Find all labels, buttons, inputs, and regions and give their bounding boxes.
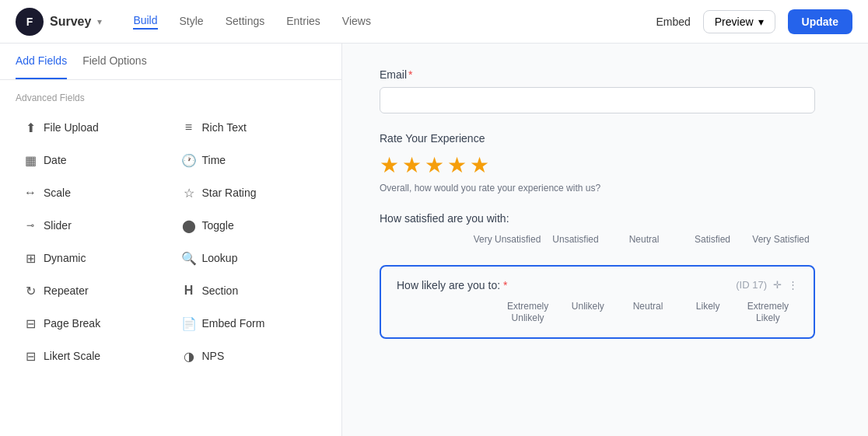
page-break-icon: ⊟: [23, 316, 37, 330]
star-5[interactable]: ★: [470, 152, 489, 178]
satisfaction-section: How satisfied are you with: Very Unsatis…: [380, 212, 815, 246]
field-nps[interactable]: ◑ NPS: [174, 341, 327, 371]
file-upload-icon: ⬆: [23, 120, 37, 134]
field-nps-label: NPS: [202, 350, 225, 362]
tabs-row: Add Fields Field Options: [0, 44, 341, 80]
nav-build[interactable]: Build: [133, 14, 157, 30]
field-slider-label: Slider: [44, 219, 72, 232]
fields-grid: ⬆ File Upload ≡ Rich Text ▦ Date 🕐 Time …: [16, 113, 326, 371]
app-chevron-icon[interactable]: ▾: [97, 16, 102, 27]
embed-button[interactable]: Embed: [656, 16, 690, 28]
app-logo: F: [16, 8, 44, 36]
field-page-break[interactable]: ⊟ Page Break: [16, 309, 168, 338]
field-toggle[interactable]: ⬤ Toggle: [174, 211, 327, 240]
field-scale-label: Scale: [44, 187, 71, 199]
fields-container: Advanced Fields ⬆ File Upload ≡ Rich Tex…: [0, 80, 341, 436]
field-lookup-label: Lookup: [202, 252, 238, 264]
satisfaction-title: How satisfied are you with:: [380, 212, 815, 225]
more-options-icon[interactable]: ⋮: [788, 279, 798, 291]
main-layout: Add Fields Field Options Advanced Fields…: [0, 44, 868, 436]
field-repeater[interactable]: ↻ Repeater: [16, 276, 168, 305]
field-date[interactable]: ▦ Date: [16, 145, 168, 175]
app-title: Survey: [50, 15, 91, 29]
lookup-icon: 🔍: [182, 251, 196, 265]
stars-row: ★ ★ ★ ★ ★: [380, 152, 815, 178]
likely-meta: (ID 17) ✛ ⋮: [736, 279, 798, 291]
field-date-label: Date: [44, 154, 67, 166]
likert-scale-icon: ⊟: [23, 349, 37, 363]
field-dynamic[interactable]: ⊞ Dynamic: [16, 243, 168, 273]
left-panel: Add Fields Field Options Advanced Fields…: [0, 44, 342, 436]
field-star-rating-label: Star Rating: [202, 187, 257, 199]
star-1[interactable]: ★: [380, 152, 399, 178]
sat-header-1: Unsatisfied: [541, 234, 610, 246]
star-2[interactable]: ★: [402, 152, 422, 178]
star-rating-icon: ☆: [182, 186, 196, 200]
nav-entries[interactable]: Entries: [286, 15, 320, 29]
likely-headers-row: Extremely Unlikely Unlikely Neutral Like…: [397, 301, 798, 325]
field-embed-form-label: Embed Form: [202, 317, 265, 330]
embed-form-icon: 📄: [182, 316, 196, 330]
nps-icon: ◑: [182, 349, 196, 363]
likely-header-3: Likely: [678, 301, 738, 313]
star-4[interactable]: ★: [447, 152, 467, 178]
sat-header-4: Very Satisfied: [747, 234, 815, 246]
star-3[interactable]: ★: [425, 152, 444, 178]
likely-section: How likely are you to: * (ID 17) ✛ ⋮ Ext…: [380, 265, 815, 339]
likely-header-1: Unlikely: [558, 301, 618, 313]
likely-header-4: Extremely Likely: [738, 301, 798, 325]
field-scale[interactable]: ↔ Scale: [16, 178, 168, 208]
likely-id: (ID 17): [736, 279, 767, 291]
preview-button[interactable]: Preview ▾: [703, 10, 775, 33]
field-rich-text[interactable]: ≡ Rich Text: [174, 113, 327, 142]
field-dynamic-label: Dynamic: [44, 252, 86, 264]
repeater-icon: ↻: [23, 284, 37, 298]
field-toggle-label: Toggle: [202, 219, 234, 232]
likely-header-0: Extremely Unlikely: [498, 301, 558, 325]
field-likert-scale[interactable]: ⊟ Likert Scale: [16, 341, 168, 371]
field-section[interactable]: H Section: [174, 276, 327, 305]
field-lookup[interactable]: 🔍 Lookup: [174, 243, 327, 273]
date-icon: ▦: [23, 153, 37, 167]
nav-views[interactable]: Views: [342, 15, 371, 29]
rating-title: Rate Your Experience: [380, 132, 815, 145]
drag-handle-icon[interactable]: ✛: [773, 279, 782, 291]
rich-text-icon: ≡: [182, 120, 196, 134]
field-file-upload[interactable]: ⬆ File Upload: [16, 113, 168, 142]
dynamic-icon: ⊞: [23, 251, 37, 265]
sat-header-0: Very Unsatisfied: [473, 234, 541, 246]
email-input[interactable]: [380, 87, 815, 113]
tab-field-options[interactable]: Field Options: [82, 44, 146, 79]
field-file-upload-label: File Upload: [44, 121, 99, 134]
field-star-rating[interactable]: ☆ Star Rating: [174, 178, 327, 208]
nav-right: Embed Preview ▾ Update: [656, 9, 852, 34]
field-slider[interactable]: ⊸ Slider: [16, 211, 168, 240]
sat-header-2: Neutral: [610, 234, 678, 246]
likely-header-2: Neutral: [618, 301, 677, 313]
email-section: Email*: [380, 68, 815, 113]
scale-icon: ↔: [23, 186, 37, 200]
sat-header-3: Satisfied: [678, 234, 747, 246]
field-time-label: Time: [202, 154, 226, 166]
rating-section: Rate Your Experience ★ ★ ★ ★ ★ Overall, …: [380, 132, 815, 194]
field-section-label: Section: [202, 284, 239, 297]
rating-hint: Overall, how would you rate your experie…: [380, 183, 815, 194]
field-page-break-label: Page Break: [44, 317, 100, 330]
likely-title: How likely are you to: *: [397, 279, 507, 291]
section-icon: H: [182, 284, 196, 298]
field-rich-text-label: Rich Text: [202, 121, 247, 134]
right-panel: Email* Rate Your Experience ★ ★ ★ ★ ★ Ov…: [342, 44, 868, 436]
nav-style[interactable]: Style: [180, 15, 204, 29]
email-label: Email*: [380, 68, 815, 81]
field-embed-form[interactable]: 📄 Embed Form: [174, 309, 327, 338]
top-navigation: F Survey ▾ Build Style Settings Entries …: [0, 0, 868, 44]
field-time[interactable]: 🕐 Time: [174, 145, 327, 175]
slider-icon: ⊸: [23, 218, 37, 232]
field-repeater-label: Repeater: [44, 284, 89, 297]
tab-add-fields[interactable]: Add Fields: [16, 44, 67, 79]
update-button[interactable]: Update: [788, 9, 852, 34]
likely-box: How likely are you to: * (ID 17) ✛ ⋮ Ext…: [380, 265, 815, 339]
nav-settings[interactable]: Settings: [226, 15, 265, 29]
logo-area: F Survey ▾: [16, 8, 102, 36]
field-likert-scale-label: Likert Scale: [44, 350, 100, 362]
